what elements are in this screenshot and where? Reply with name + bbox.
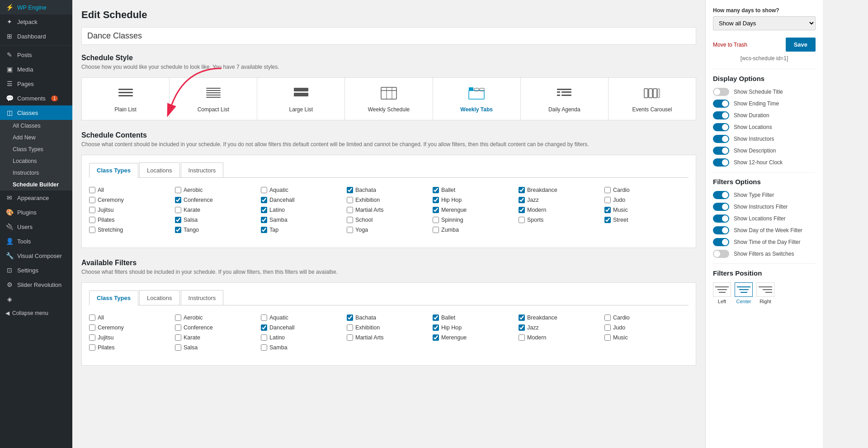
class-type-checkbox[interactable] xyxy=(433,207,439,213)
style-card-daily-agenda[interactable]: Daily Agenda xyxy=(521,78,609,120)
sidebar-item-pages[interactable]: ☰ Pages xyxy=(0,76,72,91)
sidebar-item-media[interactable]: ▣ Media xyxy=(0,62,72,76)
sidebar-item-classes[interactable]: ◫ Classes xyxy=(0,105,72,120)
style-card-plain-list[interactable]: Plain List xyxy=(82,78,170,120)
filter-class-type-checkbox[interactable] xyxy=(519,324,525,331)
sidebar-item-class-types[interactable]: Class Types xyxy=(0,143,72,155)
style-card-weekly-tabs[interactable]: Weekly Tabs xyxy=(433,78,521,120)
sidebar-item-plugins[interactable]: 🔌 Users xyxy=(0,219,72,234)
collapse-menu[interactable]: ◀ Collapse menu xyxy=(0,306,72,320)
class-type-checkbox[interactable] xyxy=(261,227,267,233)
class-type-checkbox[interactable] xyxy=(347,227,353,233)
toggle-show-instructors-filter[interactable] xyxy=(713,203,729,211)
toggle-show-schedule-title[interactable] xyxy=(713,88,729,96)
filter-class-type-checkbox[interactable] xyxy=(89,324,95,331)
sidebar-item-users[interactable]: 👤 Tools xyxy=(0,234,72,248)
sidebar-item-jetpack[interactable]: ✦ Jetpack xyxy=(0,14,72,29)
filter-class-type-checkbox[interactable] xyxy=(175,324,181,331)
sidebar-item-dashboard[interactable]: ⊞ Dashboard xyxy=(0,29,72,43)
class-type-checkbox[interactable] xyxy=(261,217,267,223)
filter-class-type-checkbox[interactable] xyxy=(261,324,267,331)
class-type-checkbox[interactable] xyxy=(604,197,611,203)
filter-class-type-checkbox[interactable] xyxy=(604,315,611,321)
class-type-checkbox[interactable] xyxy=(604,187,611,193)
filter-class-type-checkbox[interactable] xyxy=(433,324,439,331)
position-left-icon[interactable] xyxy=(713,282,731,297)
filter-class-type-checkbox[interactable] xyxy=(261,315,267,321)
tab-class-types[interactable]: Class Types xyxy=(89,163,138,178)
sidebar-item-posts[interactable]: ✎ Posts xyxy=(0,48,72,62)
class-type-checkbox[interactable] xyxy=(261,197,267,203)
class-type-checkbox[interactable] xyxy=(347,197,353,203)
class-type-checkbox[interactable] xyxy=(347,207,353,213)
class-type-checkbox[interactable] xyxy=(175,187,181,193)
class-type-checkbox[interactable] xyxy=(519,207,525,213)
toggle-show-filters-as-switches[interactable] xyxy=(713,250,729,258)
toggle-show-duration[interactable] xyxy=(713,111,729,119)
class-type-checkbox[interactable] xyxy=(89,227,95,233)
filters-tab-locations[interactable]: Locations xyxy=(139,290,180,305)
filter-class-type-checkbox[interactable] xyxy=(175,334,181,341)
sidebar-item-instructors[interactable]: Instructors xyxy=(0,167,72,179)
class-type-checkbox[interactable] xyxy=(89,207,95,213)
class-type-checkbox[interactable] xyxy=(175,197,181,203)
class-type-checkbox[interactable] xyxy=(89,187,95,193)
filter-class-type-checkbox[interactable] xyxy=(347,315,353,321)
sidebar-item-wp-engine[interactable]: ⚡ WP Engine xyxy=(0,0,72,14)
save-button[interactable]: Save xyxy=(786,38,816,52)
sidebar-item-comments[interactable]: 💬 Comments 1 xyxy=(0,91,72,105)
toggle-show-12-hour-clock[interactable] xyxy=(713,158,729,167)
filter-class-type-checkbox[interactable] xyxy=(433,334,439,341)
filter-class-type-checkbox[interactable] xyxy=(519,315,525,321)
class-type-checkbox[interactable] xyxy=(347,187,353,193)
style-card-weekly-schedule[interactable]: Weekly Schedule xyxy=(345,78,433,120)
class-type-checkbox[interactable] xyxy=(519,217,525,223)
sidebar-item-forms[interactable]: ✉ Appearance xyxy=(0,191,72,205)
schedule-name-input[interactable]: Dance Classes xyxy=(81,27,696,45)
tab-locations[interactable]: Locations xyxy=(139,162,180,177)
filter-class-type-checkbox[interactable] xyxy=(519,334,525,341)
toggle-show-locations-filter[interactable] xyxy=(713,214,729,223)
filters-tab-class-types[interactable]: Class Types xyxy=(89,291,138,305)
sidebar-item-slider-revolution[interactable]: ◈ xyxy=(0,292,72,306)
sidebar-item-locations[interactable]: Locations xyxy=(0,155,72,167)
filter-class-type-checkbox[interactable] xyxy=(89,315,95,321)
class-type-checkbox[interactable] xyxy=(347,217,353,223)
class-type-checkbox[interactable] xyxy=(175,227,181,233)
class-type-checkbox[interactable] xyxy=(175,207,181,213)
sidebar-item-schedule-builder[interactable]: Schedule Builder xyxy=(0,179,72,191)
style-card-events-carousel[interactable]: Events Carousel xyxy=(609,78,696,120)
position-center-icon[interactable] xyxy=(735,282,753,297)
toggle-show-instructors[interactable] xyxy=(713,135,729,143)
sidebar-item-tools[interactable]: 🔧 Visual Composer xyxy=(0,248,72,263)
toggle-show-day-of-week-filter[interactable] xyxy=(713,226,729,234)
move-to-trash-link[interactable]: Move to Trash xyxy=(713,42,747,48)
sidebar-item-all-classes[interactable]: All Classes xyxy=(0,120,72,132)
tab-instructors[interactable]: Instructors xyxy=(181,162,224,177)
filter-class-type-checkbox[interactable] xyxy=(89,334,95,341)
class-type-checkbox[interactable] xyxy=(604,207,611,213)
filter-class-type-checkbox[interactable] xyxy=(604,324,611,331)
filter-class-type-checkbox[interactable] xyxy=(261,334,267,341)
toggle-show-time-of-day-filter[interactable] xyxy=(713,238,729,246)
class-type-checkbox[interactable] xyxy=(175,217,181,223)
class-type-checkbox[interactable] xyxy=(433,197,439,203)
class-type-checkbox[interactable] xyxy=(89,197,95,203)
style-card-compact-list[interactable]: Compact List xyxy=(170,78,257,120)
class-type-checkbox[interactable] xyxy=(261,187,267,193)
position-right-icon[interactable] xyxy=(756,282,774,297)
toggle-show-description[interactable] xyxy=(713,147,729,155)
toggle-show-type-filter[interactable] xyxy=(713,191,729,199)
filter-class-type-checkbox[interactable] xyxy=(175,344,181,351)
filter-class-type-checkbox[interactable] xyxy=(89,344,95,351)
filter-class-type-checkbox[interactable] xyxy=(261,344,267,351)
class-type-checkbox[interactable] xyxy=(433,227,439,233)
sidebar-item-visual-composer[interactable]: ⊡ Settings xyxy=(0,263,72,277)
class-type-checkbox[interactable] xyxy=(89,217,95,223)
filter-class-type-checkbox[interactable] xyxy=(347,334,353,341)
filters-tab-instructors[interactable]: Instructors xyxy=(181,290,224,305)
class-type-checkbox[interactable] xyxy=(519,197,525,203)
style-card-large-list[interactable]: Large List xyxy=(257,78,345,120)
filter-class-type-checkbox[interactable] xyxy=(175,315,181,321)
class-type-checkbox[interactable] xyxy=(433,187,439,193)
